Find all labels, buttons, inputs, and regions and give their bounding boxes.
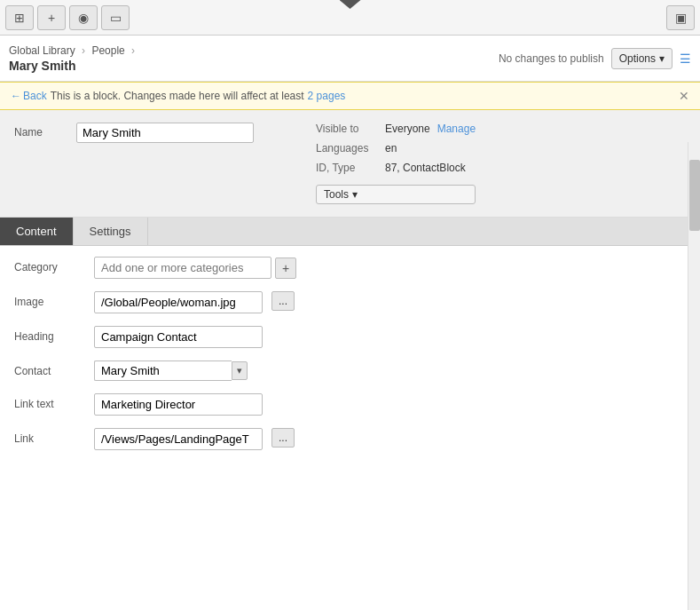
grid-icon: ⊞ xyxy=(14,11,25,25)
breadcrumb-people[interactable]: People xyxy=(91,44,124,57)
pages-link[interactable]: 2 pages xyxy=(308,90,346,102)
plus-icon: + xyxy=(282,261,289,275)
notice-bar: ← Back This is a block. Changes made her… xyxy=(0,82,700,110)
tools-button[interactable]: Tools ▾ xyxy=(316,185,476,204)
id-type-row: ID, Type 87, ContactBlock xyxy=(316,162,476,174)
properties-grid: Name Visible to Everyone Manage Language… xyxy=(14,123,686,204)
id-type-value: 87, ContactBlock xyxy=(385,162,466,174)
page-title: Mary Smith xyxy=(9,59,499,73)
image-row: Image ... xyxy=(14,291,686,313)
name-input[interactable] xyxy=(76,123,254,143)
contact-label: Contact xyxy=(14,360,85,377)
notice-close-button[interactable]: ✕ xyxy=(679,90,689,102)
tools-chevron-icon: ▾ xyxy=(352,188,358,201)
add-category-button[interactable]: + xyxy=(275,257,296,279)
contact-chevron-icon: ▾ xyxy=(237,365,242,376)
contact-dropdown-button[interactable]: ▾ xyxy=(232,361,248,380)
link-input[interactable] xyxy=(94,428,263,450)
publish-status: No changes to publish xyxy=(499,52,604,65)
view-icon: ▭ xyxy=(110,11,122,25)
breadcrumb-root[interactable]: Global Library xyxy=(9,44,75,57)
scrollbar-track xyxy=(688,142,700,610)
link-text-row: Link text xyxy=(14,393,686,416)
languages-label: Languages xyxy=(316,142,378,154)
name-row: Name xyxy=(14,123,280,143)
category-row: Category + xyxy=(14,257,686,279)
content-area: Category + Image ... Heading Contact xyxy=(0,246,700,486)
heading-row: Heading xyxy=(14,326,686,348)
tabs-bar: Content Settings xyxy=(0,218,700,246)
link-text-label: Link text xyxy=(14,393,85,410)
link-browse-button[interactable]: ... xyxy=(271,428,295,448)
id-type-label: ID, Type xyxy=(316,162,378,174)
properties-left: Name xyxy=(14,123,280,204)
category-input-wrap: + xyxy=(94,257,296,279)
visible-to-row: Visible to Everyone Manage xyxy=(316,123,476,135)
breadcrumb: Global Library › People › Mary Smith xyxy=(9,44,499,73)
top-arrow-indicator xyxy=(340,0,361,9)
back-arrow-icon: ← xyxy=(11,90,21,102)
link-label: Link xyxy=(14,428,85,445)
contact-row: Contact ▾ xyxy=(14,360,686,381)
image-input[interactable] xyxy=(94,291,263,313)
preview-button[interactable]: ◉ xyxy=(69,5,98,30)
link-text-input[interactable] xyxy=(94,393,263,416)
list-view-icon[interactable]: ☰ xyxy=(680,51,691,66)
category-label: Category xyxy=(14,257,85,273)
folder-icon: ▣ xyxy=(675,11,687,25)
properties-area: Name Visible to Everyone Manage Language… xyxy=(0,110,700,218)
breadcrumb-sep2: › xyxy=(131,44,135,57)
category-input[interactable] xyxy=(94,257,271,279)
folder-button[interactable]: ▣ xyxy=(666,5,695,30)
image-browse-button[interactable]: ... xyxy=(271,291,295,311)
image-label: Image xyxy=(14,291,85,308)
header-actions: No changes to publish Options ▾ ☰ xyxy=(499,48,691,69)
tools-label: Tools xyxy=(324,188,349,201)
add-button[interactable]: + xyxy=(37,5,66,30)
options-button[interactable]: Options ▾ xyxy=(611,48,672,69)
back-label: Back xyxy=(23,90,47,102)
back-link[interactable]: ← Back xyxy=(11,90,47,102)
heading-input[interactable] xyxy=(94,326,263,348)
view-button[interactable]: ▭ xyxy=(101,5,130,30)
breadcrumb-sep1: › xyxy=(82,44,85,57)
page-header: Global Library › People › Mary Smith No … xyxy=(0,36,700,82)
properties-right: Visible to Everyone Manage Languages en … xyxy=(298,123,476,204)
languages-value: en xyxy=(385,142,397,154)
visible-to-value: Everyone xyxy=(385,123,430,135)
tab-content[interactable]: Content xyxy=(0,218,74,245)
toolbar: ⊞ + ◉ ▭ ▣ xyxy=(0,0,700,36)
languages-row: Languages en xyxy=(316,142,476,154)
manage-link[interactable]: Manage xyxy=(437,123,476,135)
visible-to-label: Visible to xyxy=(316,123,378,135)
tab-settings[interactable]: Settings xyxy=(74,218,148,245)
notice-message: This is a block. Changes made here will … xyxy=(51,90,304,102)
options-label: Options xyxy=(619,52,656,65)
contact-select-wrap: ▾ xyxy=(94,360,248,381)
scrollbar-thumb[interactable] xyxy=(689,160,700,231)
name-label: Name xyxy=(14,123,67,139)
grid-button[interactable]: ⊞ xyxy=(5,5,34,30)
options-chevron-icon: ▾ xyxy=(659,52,665,65)
contact-input[interactable] xyxy=(94,360,232,381)
eye-icon: ◉ xyxy=(78,11,89,25)
link-row: Link ... xyxy=(14,428,686,450)
heading-label: Heading xyxy=(14,326,85,343)
plus-icon: + xyxy=(48,11,55,25)
